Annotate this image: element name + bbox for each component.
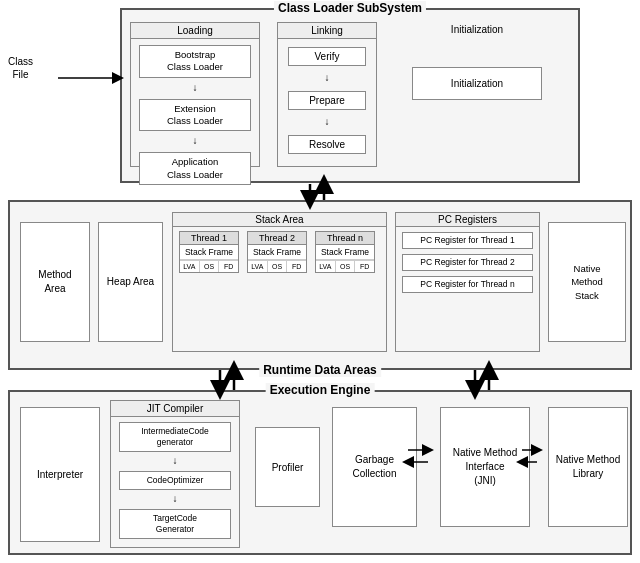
initialization-section: Initialization Initialization [392,22,562,167]
thread-1-title: Thread 1 [180,232,238,245]
loader-arrow-2: ↓ [131,135,259,146]
diagram: Class File Class Loader SubSystem Loadin… [0,0,640,563]
interpreter: Interpreter [20,407,100,542]
jit-intermediate: IntermediateCodegenerator [119,422,231,452]
bootstrap-loader: BootstrapClass Loader [139,45,251,78]
pc-reg-n: PC Register for Thread n [402,276,533,293]
execution-engine: Execution Engine Interpreter JIT Compile… [8,390,632,555]
native-method-library: Native MethodLibrary [548,407,628,527]
tn-lva: LVA [316,261,336,272]
heap-area: Heap Area [98,222,163,342]
t2-fd: FD [287,261,306,272]
tn-fd: FD [355,261,374,272]
t2-lva: LVA [248,261,268,272]
verify-box: Verify [288,47,366,66]
native-method-interface: Native MethodInterface(JNI) [440,407,530,527]
garbage-collection: GarbageCollection [332,407,417,527]
pc-reg-2: PC Register for Thread 2 [402,254,533,271]
jit-arrow-1: ↓ [111,456,239,466]
stack-area-title: Stack Area [173,213,386,227]
jit-title: JIT Compiler [111,401,239,417]
t1-os: OS [200,261,220,272]
ee-title: Execution Engine [266,383,375,397]
pc-reg-1: PC Register for Thread 1 [402,232,533,249]
initialization-box: Initialization [412,67,542,100]
jit-arrow-2: ↓ [111,494,239,504]
resolve-box: Resolve [288,135,366,154]
pc-title: PC Registers [396,213,539,227]
native-method-stack: NativeMethodStack [548,222,626,342]
thread-2-title: Thread 2 [248,232,306,245]
thread-2: Thread 2 Stack Frame LVA OS FD [247,231,307,273]
link-arrow-2: ↓ [278,116,376,127]
class-file-label: Class File [8,55,33,81]
linking-title: Linking [278,23,376,39]
pc-registers: PC Registers PC Register for Thread 1 PC… [395,212,540,352]
thread-n: Thread n Stack Frame LVA OS FD [315,231,375,273]
tn-os: OS [336,261,356,272]
jit-compiler: JIT Compiler IntermediateCodegenerator ↓… [110,400,240,548]
t2-os: OS [268,261,288,272]
t1-lva: LVA [180,261,200,272]
jit-optimizer: CodeOptimizer [119,471,231,490]
thread-1: Thread 1 Stack Frame LVA OS FD [179,231,239,273]
runtime-data-areas: Runtime Data Areas MethodArea Heap Area … [8,200,632,370]
t1-fd: FD [219,261,238,272]
profiler: Profiler [255,427,320,507]
loading-title: Loading [131,23,259,39]
init-title: Initialization [392,22,562,37]
prepare-box: Prepare [288,91,366,110]
thread-2-stack-frame: Stack Frame [248,245,306,260]
thread-n-title: Thread n [316,232,374,245]
method-area: MethodArea [20,222,90,342]
jit-target: TargetCodeGenerator [119,509,231,539]
application-loader: ApplicationClass Loader [139,152,251,185]
extension-loader: ExtensionClass Loader [139,99,251,132]
loader-arrow-1: ↓ [131,82,259,93]
class-loader-title: Class Loader SubSystem [274,1,426,15]
runtime-title: Runtime Data Areas [259,363,381,377]
thread-1-stack-frame: Stack Frame [180,245,238,260]
loading-section: Loading BootstrapClass Loader ↓ Extensio… [130,22,260,167]
thread-n-stack-frame: Stack Frame [316,245,374,260]
link-arrow-1: ↓ [278,72,376,83]
linking-section: Linking Verify ↓ Prepare ↓ Resolve [277,22,377,167]
stack-area: Stack Area Thread 1 Stack Frame LVA OS F… [172,212,387,352]
class-loader-subsystem: Class Loader SubSystem Loading Bootstrap… [120,8,580,183]
